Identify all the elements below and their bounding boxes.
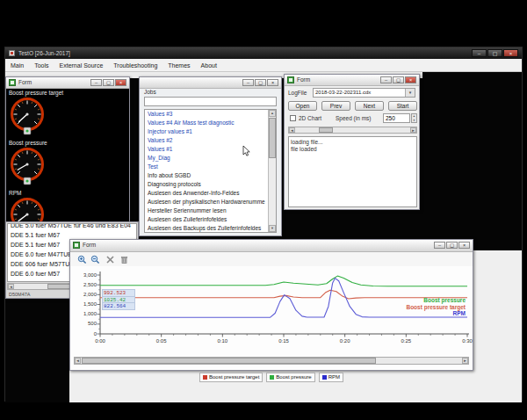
job-list-item[interactable]: Values #3	[145, 110, 276, 119]
prev-button[interactable]: Prev	[321, 101, 350, 111]
menu-item-main[interactable]: Main	[5, 62, 29, 69]
job-list-item[interactable]: Injector values #1	[145, 127, 276, 136]
close-button[interactable]: ×	[405, 76, 416, 83]
minimize-button[interactable]: –	[434, 242, 445, 249]
speed-stepper[interactable]: ▴ ▾	[411, 113, 417, 123]
maximize-button[interactable]: ▢	[446, 242, 458, 249]
job-list-item[interactable]: Auslesen der physikalischen Hardwarenumm…	[145, 198, 276, 206]
job-list-item[interactable]: Hersteller Seriennummer lesen	[145, 206, 276, 215]
gauges-form-window: Form – ▢ × Boost pressure targetBoost pr…	[5, 76, 130, 226]
job-list-item[interactable]: Auslesen des Anwender-Info-Feldes	[145, 189, 276, 198]
mouse-cursor	[242, 146, 250, 156]
chart-hscrollbar[interactable]: ◄ ►	[74, 357, 469, 365]
job-list-item[interactable]: Auslesen des Zulieferinfofeldes	[145, 215, 276, 224]
legend-item[interactable]: Boost pressure target	[199, 373, 263, 382]
app-titlebar[interactable]: TestO [26-Jun-2017] – ▢ ×	[5, 47, 522, 59]
job-list-item[interactable]: My_Diag	[145, 154, 276, 163]
scroll-up-icon[interactable]: ▲	[269, 110, 276, 117]
slider-thumb[interactable]	[319, 127, 333, 133]
gauges-window-titlebar[interactable]: Form – ▢ ×	[6, 77, 129, 89]
trash-icon[interactable]	[119, 255, 129, 264]
legend-item[interactable]: Boost pressure	[266, 373, 314, 382]
job-list-item[interactable]: Values #1	[145, 145, 276, 154]
logfile-dropdown[interactable]: 2018-03-22-202311.cdx ▾	[313, 88, 415, 98]
jobs-filter-input[interactable]	[144, 97, 277, 106]
scroll-down-icon[interactable]: ▼	[269, 225, 276, 232]
job-list-item[interactable]: Auslesen des Backups des Zulieferinfofel…	[145, 224, 276, 233]
scroll-right-icon[interactable]: ►	[410, 127, 416, 133]
app-icon	[9, 50, 15, 56]
jobs-list-vscrollbar[interactable]: ▲ ▼	[268, 110, 276, 232]
close-button[interactable]: ×	[458, 242, 470, 249]
legend-item[interactable]: RPM	[319, 373, 343, 382]
chart-legend-right: Boost pressureBoost pressure targetRPM	[406, 297, 466, 317]
log-window-titlebar[interactable]: Form – ▢ ×	[285, 75, 419, 86]
jobs-window-titlebar[interactable]: – ▢ ×	[140, 77, 281, 89]
log-player-window: Form – ▢ × LogFile 2018-03-22-202311.cdx…	[284, 74, 420, 210]
legend-label: Boost pressure target	[406, 304, 466, 311]
job-list-item[interactable]: Values #2	[145, 136, 276, 145]
menu-item-about[interactable]: About	[196, 62, 222, 69]
gauge-panel: Boost pressure targetBoost pressureRPM	[6, 89, 129, 226]
scroll-right-icon[interactable]: ►	[462, 358, 468, 364]
menu-item-troubleshooting[interactable]: Troubleshooting	[108, 62, 162, 69]
form-icon	[73, 242, 80, 249]
zoom-in-icon[interactable]	[77, 255, 87, 264]
scroll-left-icon[interactable]: ◄	[289, 127, 295, 133]
legend-text: RPM	[328, 374, 340, 380]
maximize-button[interactable]: ▢	[487, 49, 502, 57]
minimize-button[interactable]: –	[472, 49, 487, 57]
console-line: file loaded	[291, 146, 415, 153]
maximize-button[interactable]: ▢	[393, 76, 404, 83]
maximize-button[interactable]: ▢	[255, 79, 266, 86]
form-icon	[9, 79, 16, 86]
minimize-button[interactable]: –	[90, 79, 102, 86]
logfile-label: LogFile	[288, 90, 307, 96]
minimize-button[interactable]: –	[380, 76, 392, 83]
chevron-down-icon[interactable]: ▾	[405, 89, 415, 97]
x-axis-tick-label: 0:20	[332, 338, 358, 344]
speed-input[interactable]: 250	[383, 113, 410, 123]
menu-item-external-source[interactable]: External Source	[54, 62, 109, 69]
x-axis-tick-label: 0:10	[209, 338, 235, 344]
menu-item-tools[interactable]: Tools	[29, 62, 54, 69]
spinner-down-icon[interactable]: ▾	[412, 119, 416, 123]
cursor-value: 822.564	[102, 302, 135, 310]
next-button[interactable]: Next	[355, 101, 384, 111]
mdi-client-area: Form – ▢ × Boost pressure targetBoost pr…	[5, 72, 522, 402]
job-list-item[interactable]: Diagnosing protocols	[145, 180, 276, 189]
scroll-thumb[interactable]	[269, 118, 276, 158]
start-button[interactable]: Start	[388, 101, 417, 111]
form-icon	[287, 76, 294, 83]
legend-swatch	[270, 375, 274, 380]
jobs-list[interactable]: Values #3Values #4 Air Mass test diagnos…	[144, 109, 277, 233]
y-axis-tick-label: 1,000	[70, 311, 97, 316]
open-button[interactable]: Open	[288, 101, 317, 111]
playback-slider[interactable]: ◄ ►	[288, 127, 417, 134]
scroll-left-icon[interactable]: ◄	[8, 284, 14, 289]
close-button[interactable]: ×	[115, 79, 126, 86]
menu-item-themes[interactable]: Themes	[162, 62, 195, 69]
y-axis-tick-label: 2,500	[70, 282, 97, 287]
job-list-item[interactable]: Values #4 Air Mass test diagnostic	[145, 119, 276, 127]
logfile-value: 2018-03-22-202311.cdx	[315, 90, 371, 95]
close-button[interactable]: ×	[503, 49, 518, 57]
x-axis-tick-label: 0:30	[454, 338, 480, 344]
zoom-out-icon[interactable]	[90, 255, 100, 264]
maximize-button[interactable]: ▢	[103, 79, 114, 86]
close-button[interactable]: ×	[267, 79, 278, 86]
gauge-label: RPM	[6, 189, 129, 197]
chart-2d-checkbox[interactable]	[290, 115, 296, 121]
ecu-list-item[interactable]: DDE 5.0 fuer M57TUE fur E46 und E83 E04	[8, 223, 136, 230]
job-list-item[interactable]: Test	[145, 163, 276, 171]
job-list-item[interactable]: Info about SGBD	[145, 171, 276, 180]
y-axis-tick-label: 1,500	[70, 301, 97, 307]
log-button-row: OpenPrevNextStart	[288, 101, 417, 111]
clear-zoom-icon[interactable]	[105, 255, 115, 264]
scroll-left-icon[interactable]: ◄	[75, 358, 81, 364]
chart-plot-area[interactable]: 05001,0001,5002,0002,5003,000 0:000:050:…	[70, 266, 473, 370]
scroll-thumb[interactable]	[82, 358, 376, 364]
chart-window-titlebar[interactable]: Form – ▢ ×	[70, 240, 473, 252]
minimize-button[interactable]: –	[242, 79, 254, 86]
x-axis-tick-label: 0:15	[271, 338, 297, 344]
